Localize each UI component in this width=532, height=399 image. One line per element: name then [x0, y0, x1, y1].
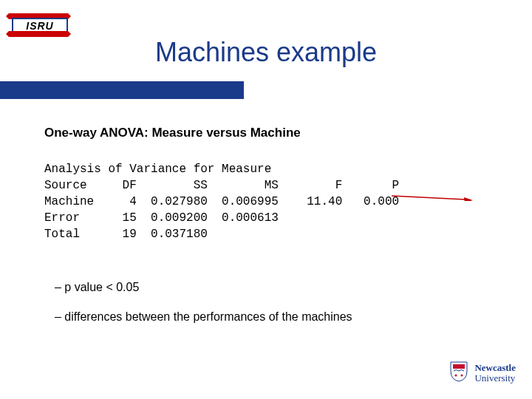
anova-columns: Source DF SS MS F P	[44, 179, 399, 192]
newcastle-university-logo: Newcastle University	[449, 361, 516, 386]
anova-subtitle: One-way ANOVA: Measure versus Machine	[44, 126, 301, 140]
accent-bar	[0, 81, 244, 99]
svg-line-0	[392, 196, 466, 200]
university-line2: University	[474, 372, 515, 383]
svg-point-3	[454, 375, 457, 377]
bullet-p-value: – p value < 0.05	[55, 281, 352, 294]
anova-row-machine: Machine 4 0.027980 0.006995 11.40 0.000	[44, 195, 399, 208]
anova-row-error: Error 15 0.009200 0.000613	[44, 211, 279, 225]
anova-row-total: Total 19 0.037180	[44, 228, 208, 241]
isru-logo: ISRU	[9, 13, 68, 37]
bullet-differences: – differences between the performances o…	[55, 310, 352, 324]
bullet-list: – p value < 0.05 – differences between t…	[55, 281, 352, 340]
crest-icon	[449, 361, 468, 386]
anova-header: Analysis of Variance for Measure	[44, 163, 271, 176]
university-name: Newcastle University	[474, 363, 516, 383]
svg-marker-1	[464, 197, 473, 201]
svg-point-4	[460, 375, 463, 377]
arrow-icon	[392, 194, 473, 201]
anova-output: Analysis of Variance for Measure Source …	[44, 161, 399, 242]
university-line1: Newcastle	[474, 362, 516, 373]
page-title: Machines example	[0, 37, 532, 68]
svg-rect-2	[453, 364, 465, 369]
logo-ribbon-bottom	[9, 31, 68, 37]
